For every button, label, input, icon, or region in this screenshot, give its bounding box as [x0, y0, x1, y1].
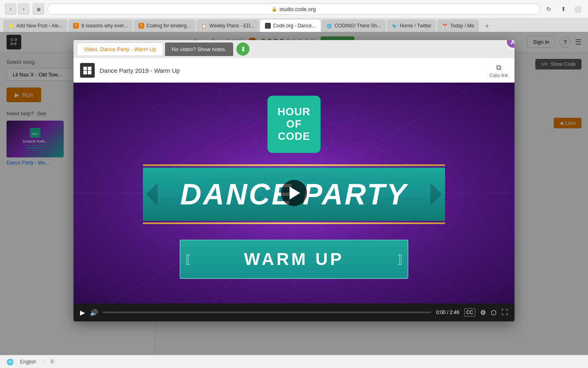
airplay-button[interactable]: ⬡: [491, 309, 497, 316]
copy-icon: ⧉: [496, 63, 501, 72]
forward-button[interactable]: ›: [18, 3, 29, 15]
gold-line-bottom: [143, 222, 445, 224]
time-total: 2:46: [450, 310, 459, 315]
tab-today-label: Today / Me: [450, 23, 474, 29]
hoc-text: HOUR OF CODE: [278, 106, 311, 143]
bracket-right-icon: ⟧: [397, 253, 403, 266]
address-bar[interactable]: 🔒 studio.code.org: [47, 3, 540, 15]
settings-button[interactable]: ⚙: [480, 309, 486, 316]
tab-add-new[interactable]: 🌟 Add New Post ‹ Ale...: [3, 20, 67, 32]
browser-actions: ⬆ ⬜: [558, 3, 583, 15]
time-current: 0:00: [436, 310, 445, 315]
diamond-left: [146, 183, 158, 206]
nav-buttons: ‹ ›: [5, 3, 29, 15]
tab-8reasons-favicon: T: [73, 23, 79, 29]
address-bar-area: 🔒 studio.code.org ↻: [47, 3, 555, 15]
download-button[interactable]: ⬇: [236, 43, 249, 56]
fullscreen-button[interactable]: ⛶: [501, 309, 508, 316]
tab-code-dance-favicon: ⬛: [265, 23, 271, 29]
play-pause-button[interactable]: ▶: [80, 309, 85, 316]
progress-track[interactable]: [103, 312, 431, 313]
copy-link-label: Copy link: [490, 73, 508, 78]
warm-up-section: ⟦ WARM UP ⟧: [180, 240, 408, 279]
tab-today-favicon: 📅: [442, 23, 448, 29]
warm-up-text: WARM UP: [244, 249, 344, 269]
browser-chrome: ‹ › ▦ 🔒 studio.code.org ↻ ⬆ ⬜ 🌟 Add New …: [0, 0, 588, 32]
language-label[interactable]: English: [20, 359, 36, 365]
lock-icon: 🔒: [272, 7, 277, 12]
bracket-left-icon: ⟦: [185, 253, 191, 266]
volume-button[interactable]: 🔊: [90, 309, 98, 316]
new-tab-button[interactable]: +: [481, 20, 493, 32]
play-button[interactable]: [281, 180, 307, 206]
tab-add-new-label: Add New Post ‹ Ale...: [16, 23, 62, 29]
tab-add-new-favicon: 🌟: [8, 23, 14, 29]
tab-notes[interactable]: No video? Show notes.: [165, 43, 234, 56]
video-controls: ▶ 🔊 0:00 / 2:46 CC ⚙ ⬡ ⛶: [74, 303, 514, 321]
tab-coding-there[interactable]: 🌐 CODING! There Sh...: [321, 20, 386, 32]
modal-tabs: Video. Dance Party - Warm Up No video? S…: [74, 40, 514, 58]
tab-code-dance-label: Code.org - Dance...: [273, 23, 316, 29]
tab-video[interactable]: Video. Dance Party - Warm Up: [77, 43, 163, 56]
tab-twitter-label: Home / Twitter: [400, 23, 431, 29]
warm-up-banner: ⟦ WARM UP ⟧: [180, 240, 408, 279]
bottom-bar: 🌐 English · ©: [0, 355, 588, 368]
tab-weekly[interactable]: 📋 Weekly Plans - ED...: [196, 20, 259, 32]
tabs-bar: 🌟 Add New Post ‹ Ale... T 8 reasons why …: [0, 18, 588, 32]
modal-overlay[interactable]: X Video. Dance Party - Warm Up No video?…: [0, 32, 588, 368]
tab-coding-kinder-label: Coding for kinderg...: [147, 23, 191, 29]
time-display: 0:00 / 2:46: [436, 310, 459, 315]
play-triangle-icon: [290, 186, 300, 200]
title-bar: ‹ › ▦ 🔒 studio.code.org ↻ ⬆ ⬜: [0, 0, 588, 18]
reload-button[interactable]: ↻: [543, 3, 555, 15]
tab-code-dance[interactable]: ⬛ Code.org - Dance...: [260, 20, 321, 32]
tab-weekly-label: Weekly Plans - ED...: [209, 23, 254, 29]
tab-coding-there-label: CODING! There Sh...: [334, 23, 381, 29]
page-content: C OD E Dance Party (2019) 1: [0, 32, 588, 368]
tab-coding-there-favicon: 🌐: [326, 23, 332, 29]
tab-weekly-favicon: 📋: [201, 23, 207, 29]
channel-logo: [80, 63, 95, 78]
video-title-area: Dance Party 2019 - Warm Up: [80, 63, 180, 78]
tab-coding-kinder[interactable]: T Coding for kinderg...: [134, 20, 196, 32]
tab-8reasons[interactable]: T 8 reasons why ever...: [68, 20, 132, 32]
separator: ·: [42, 359, 44, 365]
ctrl-icons-right: CC ⚙ ⬡ ⛶: [464, 308, 508, 316]
video-player[interactable]: HOUR OF CODE DANCE PARTY: [74, 83, 514, 303]
hoc-box: HOUR OF CODE: [267, 96, 321, 153]
video-title: Dance Party 2019 - Warm Up: [100, 67, 180, 74]
video-modal: X Video. Dance Party - Warm Up No video?…: [74, 40, 514, 321]
diamond-right: [430, 183, 442, 206]
globe-icon: 🌐: [7, 359, 13, 365]
video-header: Dance Party 2019 - Warm Up ⧉ Copy link: [74, 58, 514, 83]
copy-link-button[interactable]: ⧉ Copy link: [490, 63, 508, 78]
tab-overview-button[interactable]: ▦: [33, 3, 44, 15]
tab-coding-kinder-favicon: T: [138, 23, 144, 29]
window-button[interactable]: ⬜: [572, 3, 583, 15]
share-button[interactable]: ⬆: [558, 3, 569, 15]
url-text: studio.code.org: [280, 6, 316, 12]
captions-button[interactable]: CC: [464, 308, 475, 316]
tab-8reasons-label: 8 reasons why ever...: [81, 23, 127, 29]
tab-twitter-favicon: 🐦: [392, 23, 397, 29]
back-button[interactable]: ‹: [5, 3, 16, 15]
tab-twitter[interactable]: 🐦 Home / Twitter: [387, 20, 436, 32]
copyright-icon: ©: [51, 359, 54, 365]
tab-today[interactable]: 📅 Today / Me: [437, 20, 479, 32]
gold-line-top: [143, 164, 445, 166]
